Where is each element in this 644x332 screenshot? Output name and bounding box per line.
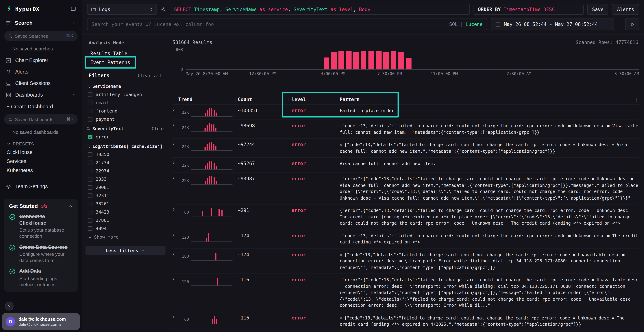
- column-grip-icon[interactable]: ⋮: [634, 97, 639, 102]
- pattern-row[interactable]: 60~116error×{"code":13,"details":"failed…: [172, 312, 639, 330]
- sidebar-item-dashboards[interactable]: Dashboards: [0, 89, 82, 100]
- pattern-row[interactable]: 120~174error{"code":13,"details":"failed…: [172, 229, 639, 248]
- histogram-bar[interactable]: [331, 52, 337, 70]
- filter-option[interactable]: 37801: [86, 216, 166, 224]
- sidebar-item-client-sessions[interactable]: Client Sessions: [0, 78, 82, 89]
- help-button[interactable]: ?: [5, 302, 14, 310]
- collapse-x-icon[interactable]: ×: [340, 142, 342, 147]
- event-search-input[interactable]: Search your events w/ Lucene ex. column:…: [87, 18, 487, 30]
- filter-checkbox[interactable]: [88, 134, 92, 139]
- filter-option[interactable]: frontend: [86, 107, 166, 115]
- column-header-count[interactable]: Count: [238, 96, 286, 102]
- get-started-item[interactable]: Connect to ClickHouseSet up your databas…: [9, 214, 73, 240]
- save-button[interactable]: Save: [587, 4, 608, 15]
- less-filters-button[interactable]: Less filters: [86, 246, 166, 255]
- filter-clear-button[interactable]: Clear: [152, 126, 165, 131]
- filter-checkbox[interactable]: [88, 202, 92, 206]
- show-more-button[interactable]: Show more: [86, 232, 166, 242]
- collapse-x-icon[interactable]: ×: [340, 316, 342, 320]
- filter-option[interactable]: 33261: [86, 200, 166, 208]
- filter-checkbox[interactable]: [88, 117, 92, 121]
- chevron-up-icon[interactable]: [72, 21, 76, 25]
- analysis-mode-option-results-table[interactable]: Results Table: [86, 49, 132, 58]
- pattern-row[interactable]: 24K~97244error×{"code":13,"details":"fai…: [172, 138, 639, 158]
- filter-checkbox[interactable]: [88, 152, 92, 157]
- histogram-bar[interactable]: [398, 52, 404, 70]
- histogram-bar[interactable]: [391, 51, 396, 70]
- pattern-row[interactable]: 60~58error{"level":"error","span_id":"53…: [172, 330, 639, 332]
- histogram-bar[interactable]: [338, 51, 344, 70]
- column-grip-icon[interactable]: ⋮: [334, 97, 340, 102]
- filter-checkbox[interactable]: [88, 177, 92, 181]
- filter-option[interactable]: 29081: [86, 183, 166, 192]
- pattern-row[interactable]: 120~116error{"error":{"code":13,"details…: [172, 274, 639, 312]
- sql-query-editor[interactable]: SELECT Timestamp, ServiceName as service…: [170, 4, 470, 15]
- sidebar-item-chart-explorer[interactable]: Chart Explorer: [0, 54, 82, 66]
- presets-toggle[interactable]: PRESETS: [0, 138, 82, 148]
- filter-option[interactable]: 22974: [86, 167, 166, 175]
- filter-checkbox[interactable]: [88, 185, 92, 190]
- histogram-bar[interactable]: [406, 58, 412, 70]
- alerts-button[interactable]: Alerts: [612, 4, 639, 15]
- filter-option[interactable]: 4894: [86, 224, 166, 232]
- histogram-bar[interactable]: [383, 52, 389, 70]
- sidebar-item-alerts[interactable]: Alerts: [0, 66, 82, 78]
- get-started-item[interactable]: Add DataStart sending logs, metrics, or …: [9, 268, 73, 288]
- collapse-x-icon[interactable]: ×: [340, 252, 342, 257]
- filter-option[interactable]: 19350: [86, 150, 166, 158]
- pattern-row[interactable]: 180~174error×{"code":13,"details":"faile…: [172, 248, 639, 274]
- date-range-picker[interactable]: May 26 08:52:44 - May 27 08:52:44: [491, 18, 614, 30]
- get-started-item[interactable]: Create Data SourcesConfigure where your …: [9, 244, 73, 264]
- collapse-sidebar-icon[interactable]: [71, 6, 76, 11]
- create-dashboard-button[interactable]: + Create Dashboard: [0, 100, 82, 113]
- sidebar-item-team-settings[interactable]: Team Settings: [0, 181, 82, 192]
- order-by-input[interactable]: ORDER BY TimestampTime DESC: [474, 4, 584, 15]
- pattern-row[interactable]: 22K~103351errorFailed to place order: [172, 104, 639, 120]
- filter-option[interactable]: 34423: [86, 208, 166, 216]
- filter-option[interactable]: error: [86, 133, 166, 141]
- histogram-bar[interactable]: [354, 52, 359, 70]
- histogram-bar[interactable]: [324, 58, 329, 70]
- pattern-row[interactable]: 22K~93987error{"error":{"code":13,"detai…: [172, 172, 639, 204]
- column-grip-icon[interactable]: ⋮: [232, 97, 238, 102]
- sidebar-item-search[interactable]: Search: [0, 16, 82, 30]
- chevron-up-icon[interactable]: [68, 204, 73, 208]
- preset-item-services[interactable]: Services: [0, 157, 82, 166]
- lucene-mode-toggle[interactable]: Lucene: [466, 21, 482, 27]
- run-query-button[interactable]: [625, 18, 639, 30]
- filter-option[interactable]: email: [86, 98, 166, 107]
- column-grip-icon[interactable]: ⋮: [286, 97, 292, 102]
- preset-item-kubernetes[interactable]: Kubernetes: [0, 166, 82, 175]
- filter-option[interactable]: 21734: [86, 158, 166, 167]
- column-header-level[interactable]: level: [292, 96, 334, 102]
- filter-checkbox[interactable]: [88, 92, 92, 96]
- pattern-row[interactable]: 22K~95267errorVisa cache full: cannot ad…: [172, 157, 639, 172]
- filter-option[interactable]: 2333: [86, 175, 166, 183]
- filter-checkbox[interactable]: [88, 226, 92, 230]
- column-header-trend[interactable]: Trend: [178, 96, 232, 102]
- pattern-row[interactable]: 60~291error{"error":{"code":13,"details"…: [172, 204, 639, 229]
- filter-option[interactable]: payment: [86, 115, 166, 123]
- filter-checkbox[interactable]: [88, 210, 92, 214]
- filter-option[interactable]: artillery-loadgen: [86, 90, 166, 98]
- user-menu[interactable]: D dale@clickhouse.com dale@clickhouse.co…: [2, 314, 80, 330]
- histogram-bar[interactable]: [361, 51, 366, 70]
- filter-option[interactable]: 32311: [86, 192, 166, 200]
- filter-checkbox[interactable]: [88, 100, 92, 105]
- clear-all-filters-button[interactable]: Clear all: [138, 73, 162, 78]
- filter-checkbox[interactable]: [88, 193, 92, 198]
- source-select[interactable]: Logs: [87, 4, 157, 15]
- saved-searches-input[interactable]: Saved Searches ⌘K: [4, 31, 78, 41]
- preset-item-clickhouse[interactable]: ClickHouse: [0, 148, 82, 157]
- histogram-bar[interactable]: [376, 51, 382, 70]
- sql-mode-toggle[interactable]: SQL: [449, 21, 458, 27]
- histogram-bar[interactable]: [368, 51, 374, 70]
- column-header-pattern[interactable]: Pattern: [340, 96, 634, 102]
- source-settings-gear-icon[interactable]: [161, 6, 166, 12]
- pattern-row[interactable]: 24K~98698error{"code":13,"details":"fail…: [172, 120, 639, 138]
- filter-checkbox[interactable]: [88, 108, 92, 113]
- histogram-bar[interactable]: [346, 51, 352, 70]
- analysis-mode-option-event-patterns[interactable]: Event Patterns: [86, 58, 134, 67]
- filter-checkbox[interactable]: [88, 160, 92, 165]
- saved-dashboards-input[interactable]: Saved Dashboards ⌘K: [4, 114, 78, 124]
